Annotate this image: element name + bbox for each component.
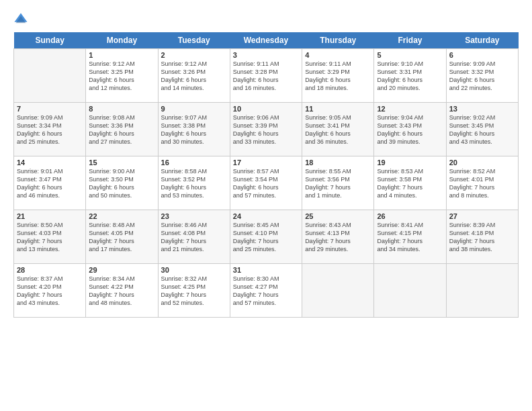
day-number: 18: [305, 158, 371, 167]
day-info: Sunrise: 8:58 AM Sunset: 3:52 PM Dayligh…: [161, 167, 227, 200]
logo: [13, 12, 30, 27]
day-info: Sunrise: 9:11 AM Sunset: 3:28 PM Dayligh…: [233, 60, 299, 93]
day-info: Sunrise: 8:34 AM Sunset: 4:22 PM Dayligh…: [89, 275, 154, 308]
day-header-saturday: Saturday: [446, 32, 518, 49]
day-header-friday: Friday: [374, 32, 446, 49]
day-info: Sunrise: 9:09 AM Sunset: 3:34 PM Dayligh…: [17, 113, 83, 146]
day-info: Sunrise: 9:04 AM Sunset: 3:43 PM Dayligh…: [377, 113, 443, 146]
day-info: Sunrise: 8:41 AM Sunset: 4:15 PM Dayligh…: [377, 221, 443, 254]
day-info: Sunrise: 8:43 AM Sunset: 4:13 PM Dayligh…: [305, 221, 371, 254]
day-cell: 27Sunrise: 8:39 AM Sunset: 4:18 PM Dayli…: [446, 210, 518, 264]
day-cell: 31Sunrise: 8:30 AM Sunset: 4:27 PM Dayli…: [230, 264, 302, 318]
day-header-wednesday: Wednesday: [230, 32, 302, 49]
day-info: Sunrise: 8:45 AM Sunset: 4:10 PM Dayligh…: [233, 221, 299, 254]
day-cell: 6Sunrise: 9:09 AM Sunset: 3:32 PM Daylig…: [446, 49, 518, 103]
day-cell: 29Sunrise: 8:34 AM Sunset: 4:22 PM Dayli…: [86, 264, 158, 318]
day-number: 20: [449, 158, 515, 167]
day-number: 27: [449, 212, 515, 220]
day-cell: 20Sunrise: 8:52 AM Sunset: 4:01 PM Dayli…: [446, 156, 518, 210]
day-header-monday: Monday: [86, 32, 158, 49]
day-cell: 19Sunrise: 8:53 AM Sunset: 3:58 PM Dayli…: [374, 156, 446, 210]
day-info: Sunrise: 8:32 AM Sunset: 4:25 PM Dayligh…: [161, 275, 227, 308]
day-info: Sunrise: 9:09 AM Sunset: 3:32 PM Dayligh…: [449, 60, 515, 93]
day-info: Sunrise: 8:37 AM Sunset: 4:20 PM Dayligh…: [17, 275, 83, 308]
day-number: 6: [449, 51, 515, 59]
week-row-5: 28Sunrise: 8:37 AM Sunset: 4:20 PM Dayli…: [14, 264, 519, 318]
day-number: 8: [89, 105, 154, 113]
day-cell: 9Sunrise: 9:07 AM Sunset: 3:38 PM Daylig…: [158, 103, 230, 156]
day-number: 4: [305, 51, 371, 59]
day-info: Sunrise: 9:00 AM Sunset: 3:50 PM Dayligh…: [89, 167, 154, 200]
day-number: 19: [377, 158, 443, 167]
day-cell: 25Sunrise: 8:43 AM Sunset: 4:13 PM Dayli…: [302, 210, 374, 264]
day-info: Sunrise: 8:52 AM Sunset: 4:01 PM Dayligh…: [449, 167, 515, 200]
day-number: 21: [17, 212, 83, 220]
week-row-3: 14Sunrise: 9:01 AM Sunset: 3:47 PM Dayli…: [14, 156, 519, 210]
day-number: 26: [377, 212, 443, 220]
day-number: 5: [377, 51, 443, 59]
day-info: Sunrise: 8:30 AM Sunset: 4:27 PM Dayligh…: [233, 275, 299, 308]
day-header-thursday: Thursday: [302, 32, 374, 49]
day-cell: 21Sunrise: 8:50 AM Sunset: 4:03 PM Dayli…: [14, 210, 86, 264]
day-cell: 30Sunrise: 8:32 AM Sunset: 4:25 PM Dayli…: [158, 264, 230, 318]
day-cell: 16Sunrise: 8:58 AM Sunset: 3:52 PM Dayli…: [158, 156, 230, 210]
day-cell: [374, 264, 446, 318]
page: SundayMondayTuesdayWednesdayThursdayFrid…: [0, 0, 532, 411]
day-number: 28: [17, 266, 83, 274]
week-row-4: 21Sunrise: 8:50 AM Sunset: 4:03 PM Dayli…: [14, 210, 519, 264]
day-info: Sunrise: 9:06 AM Sunset: 3:39 PM Dayligh…: [233, 113, 299, 146]
header: [13, 12, 519, 27]
day-cell: 14Sunrise: 9:01 AM Sunset: 3:47 PM Dayli…: [14, 156, 86, 210]
day-cell: 2Sunrise: 9:12 AM Sunset: 3:26 PM Daylig…: [158, 49, 230, 103]
day-info: Sunrise: 8:50 AM Sunset: 4:03 PM Dayligh…: [17, 221, 83, 254]
day-info: Sunrise: 8:53 AM Sunset: 3:58 PM Dayligh…: [377, 167, 443, 200]
day-number: 11: [305, 105, 371, 113]
day-cell: 13Sunrise: 9:02 AM Sunset: 3:45 PM Dayli…: [446, 103, 518, 156]
day-info: Sunrise: 8:57 AM Sunset: 3:54 PM Dayligh…: [233, 167, 299, 200]
day-number: 1: [89, 51, 154, 59]
day-cell: 26Sunrise: 8:41 AM Sunset: 4:15 PM Dayli…: [374, 210, 446, 264]
day-number: 25: [305, 212, 371, 220]
day-cell: 15Sunrise: 9:00 AM Sunset: 3:50 PM Dayli…: [86, 156, 158, 210]
day-cell: 8Sunrise: 9:08 AM Sunset: 3:36 PM Daylig…: [86, 103, 158, 156]
day-header-tuesday: Tuesday: [158, 32, 230, 49]
day-cell: [446, 264, 518, 318]
day-cell: 28Sunrise: 8:37 AM Sunset: 4:20 PM Dayli…: [14, 264, 86, 318]
day-number: 29: [89, 266, 154, 274]
day-number: 14: [17, 158, 83, 167]
day-cell: 4Sunrise: 9:11 AM Sunset: 3:29 PM Daylig…: [302, 49, 374, 103]
day-info: Sunrise: 9:08 AM Sunset: 3:36 PM Dayligh…: [89, 113, 154, 146]
day-info: Sunrise: 8:46 AM Sunset: 4:08 PM Dayligh…: [161, 221, 227, 254]
day-number: 15: [89, 158, 154, 167]
day-info: Sunrise: 9:10 AM Sunset: 3:31 PM Dayligh…: [377, 60, 443, 93]
day-cell: 7Sunrise: 9:09 AM Sunset: 3:34 PM Daylig…: [14, 103, 86, 156]
logo-icon: [13, 12, 28, 27]
day-info: Sunrise: 9:11 AM Sunset: 3:29 PM Dayligh…: [305, 60, 371, 93]
day-cell: 18Sunrise: 8:55 AM Sunset: 3:56 PM Dayli…: [302, 156, 374, 210]
day-number: 24: [233, 212, 299, 220]
day-info: Sunrise: 8:39 AM Sunset: 4:18 PM Dayligh…: [449, 221, 515, 254]
day-info: Sunrise: 9:02 AM Sunset: 3:45 PM Dayligh…: [449, 113, 515, 146]
day-number: 9: [161, 105, 227, 113]
day-cell: [302, 264, 374, 318]
day-number: 13: [449, 105, 515, 113]
day-info: Sunrise: 9:07 AM Sunset: 3:38 PM Dayligh…: [161, 113, 227, 146]
day-cell: 5Sunrise: 9:10 AM Sunset: 3:31 PM Daylig…: [374, 49, 446, 103]
day-info: Sunrise: 9:12 AM Sunset: 3:25 PM Dayligh…: [89, 60, 154, 93]
day-info: Sunrise: 9:12 AM Sunset: 3:26 PM Dayligh…: [161, 60, 227, 93]
header-row: SundayMondayTuesdayWednesdayThursdayFrid…: [14, 32, 519, 49]
day-number: 16: [161, 158, 227, 167]
day-cell: 10Sunrise: 9:06 AM Sunset: 3:39 PM Dayli…: [230, 103, 302, 156]
day-cell: 1Sunrise: 9:12 AM Sunset: 3:25 PM Daylig…: [86, 49, 158, 103]
day-number: 31: [233, 266, 299, 274]
day-cell: 22Sunrise: 8:48 AM Sunset: 4:05 PM Dayli…: [86, 210, 158, 264]
day-number: 2: [161, 51, 227, 59]
day-cell: 17Sunrise: 8:57 AM Sunset: 3:54 PM Dayli…: [230, 156, 302, 210]
day-cell: 23Sunrise: 8:46 AM Sunset: 4:08 PM Dayli…: [158, 210, 230, 264]
week-row-2: 7Sunrise: 9:09 AM Sunset: 3:34 PM Daylig…: [14, 103, 519, 156]
day-info: Sunrise: 9:05 AM Sunset: 3:41 PM Dayligh…: [305, 113, 371, 146]
day-number: 7: [17, 105, 83, 113]
day-info: Sunrise: 9:01 AM Sunset: 3:47 PM Dayligh…: [17, 167, 83, 200]
day-cell: 12Sunrise: 9:04 AM Sunset: 3:43 PM Dayli…: [374, 103, 446, 156]
week-row-1: 1Sunrise: 9:12 AM Sunset: 3:25 PM Daylig…: [14, 49, 519, 103]
